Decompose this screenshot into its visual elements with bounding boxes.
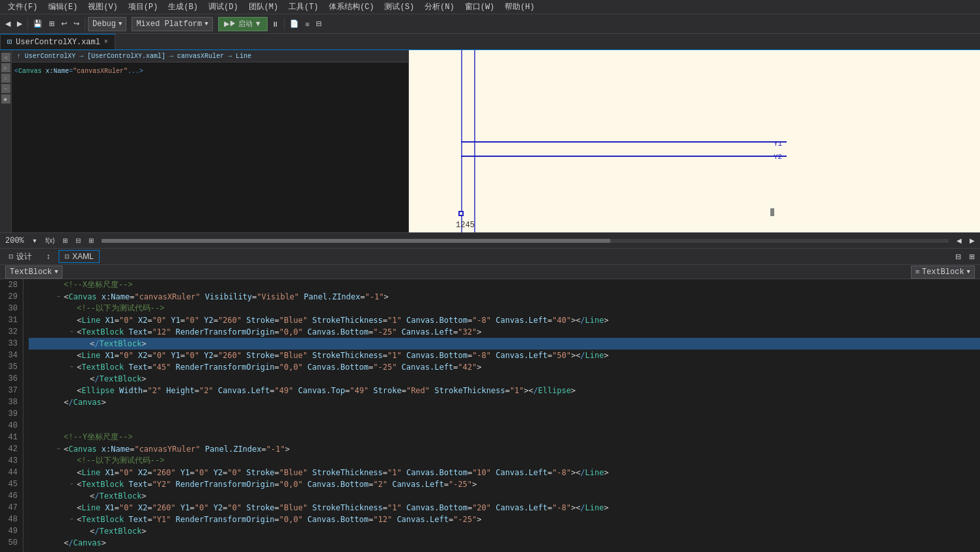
line-number: 39 bbox=[3, 408, 18, 420]
line-number: 48 bbox=[3, 514, 18, 525]
tab-icon: ⊡ bbox=[7, 37, 12, 47]
designer-canvas[interactable]: Y1 Y2 1245 bbox=[409, 50, 980, 232]
sidebar-icon-2[interactable]: ▷ bbox=[1, 63, 10, 72]
code-line[interactable]: </TextBlock> bbox=[29, 525, 980, 537]
fold-button[interactable]: − bbox=[68, 328, 76, 336]
align-btn[interactable]: ⊞ bbox=[86, 234, 96, 248]
code-line[interactable]: <Line X1="0" X2="0" Y1="0" Y2="260" Stro… bbox=[29, 350, 980, 361]
sidebar-icon-5[interactable]: ■ bbox=[1, 94, 10, 104]
start-btn[interactable]: ▶ ▶ 启动 ▼ bbox=[218, 17, 268, 31]
menu-file[interactable]: 文件(F) bbox=[3, 0, 43, 14]
snap-btn[interactable]: ⊟ bbox=[73, 234, 83, 248]
menu-team[interactable]: 团队(M) bbox=[244, 0, 284, 14]
design-toggle-btn[interactable]: ⊡ 设计 bbox=[3, 249, 38, 264]
fold-button[interactable]: − bbox=[68, 363, 76, 371]
menu-build[interactable]: 生成(B) bbox=[163, 0, 203, 14]
format-btn[interactable]: ⊟ bbox=[313, 17, 324, 31]
code-line[interactable]: −<Canvas x:Name="canvasYRuler" Panel.ZIn… bbox=[29, 443, 980, 455]
code-line[interactable]: <Line X1="0" X2="260" Y1="0" Y2="0" Stro… bbox=[29, 467, 980, 478]
line-number: 33 bbox=[3, 338, 18, 350]
grid-btn[interactable]: ⊞ bbox=[60, 234, 70, 248]
file-btn[interactable]: 📄 bbox=[287, 17, 301, 31]
line-number: 30 bbox=[3, 303, 18, 314]
code-line[interactable]: </Canvas> bbox=[29, 396, 980, 408]
code-line[interactable]: <Ellipse Width="2" Height="2" Canvas.Lef… bbox=[29, 385, 980, 396]
menu-edit[interactable]: 编辑(E) bbox=[43, 0, 83, 14]
code-line[interactable]: </TextBlock> bbox=[29, 490, 980, 502]
code-line[interactable]: −<TextBlock Text="Y1" RenderTransformOri… bbox=[29, 514, 980, 525]
tab-usercontrol[interactable]: ⊡ UserControlXY.xaml × bbox=[0, 34, 115, 49]
code-line[interactable] bbox=[29, 408, 980, 420]
sort-btn[interactable]: ↕ bbox=[40, 250, 56, 263]
back-btn[interactable]: ◀ bbox=[3, 17, 13, 31]
line-number: 32 bbox=[3, 326, 18, 338]
forward-btn[interactable]: ▶ bbox=[14, 17, 25, 31]
editor-scroll-area[interactable]: 2829303132333435363738394041424344454647… bbox=[0, 279, 980, 552]
menu-test[interactable]: 测试(S) bbox=[379, 0, 419, 14]
code-content[interactable]: <!--X坐标尺度-->−<Canvas x:Name="canvasXRule… bbox=[23, 279, 980, 552]
debug-config-dropdown[interactable]: Debug ▼ bbox=[88, 17, 126, 31]
platform-config-dropdown[interactable]: Mixed Platform ▼ bbox=[132, 17, 212, 31]
fold-button[interactable]: − bbox=[68, 480, 76, 488]
code-line[interactable]: −<TextBlock Text="12" RenderTransformOri… bbox=[29, 326, 980, 338]
zoom-dropdown-btn[interactable]: ▼ bbox=[29, 234, 40, 248]
fold-button[interactable]: − bbox=[55, 445, 63, 453]
resize-handle[interactable] bbox=[770, 208, 774, 216]
expand-btn[interactable]: ▶ bbox=[967, 234, 977, 248]
code-line[interactable] bbox=[29, 420, 980, 432]
scope-dropdown-label: TextBlock bbox=[10, 268, 52, 277]
code-line[interactable]: <Line X1="0" X2="0" Y1="0" Y2="260" Stro… bbox=[29, 314, 980, 326]
menu-window[interactable]: 窗口(W) bbox=[460, 0, 500, 14]
h-scrollbar-thumb[interactable] bbox=[102, 239, 609, 243]
collapse-btn[interactable]: ◀ bbox=[954, 234, 964, 248]
sidebar-icon-3[interactable]: ↕ bbox=[1, 74, 10, 83]
member-dropdown[interactable]: ⊡ TextBlock ▼ bbox=[911, 266, 975, 279]
menu-arch[interactable]: 体系结构(C) bbox=[324, 0, 380, 14]
undo-btn[interactable]: ↩ bbox=[59, 17, 70, 31]
menu-project[interactable]: 项目(P) bbox=[123, 0, 163, 14]
code-line[interactable]: </TextBlock> bbox=[29, 373, 980, 385]
line-number: 40 bbox=[3, 420, 18, 432]
line-number: 45 bbox=[3, 478, 18, 490]
sidebar-icon-4[interactable]: ↔ bbox=[1, 84, 10, 93]
member-dropdown-chevron: ▼ bbox=[967, 269, 970, 275]
menu-debug[interactable]: 调试(D) bbox=[203, 0, 244, 14]
code-line[interactable]: −<TextBlock Text="45" RenderTransformOri… bbox=[29, 361, 980, 373]
view-toggle-bar: ⊡ 设计 ↕ ⊡ XAML ⊟ ⊞ bbox=[0, 249, 980, 265]
platform-config-label: Mixed Platform bbox=[136, 20, 202, 29]
code-line[interactable]: </Canvas> bbox=[29, 537, 980, 549]
indent-btn[interactable]: ≡ bbox=[303, 17, 312, 31]
start-label: ▶ 启动 ▼ bbox=[229, 19, 262, 29]
code-line[interactable]: <Line X1="0" X2="260" Y1="0" Y2="0" Stro… bbox=[29, 502, 980, 514]
line-number: 50 bbox=[3, 537, 18, 549]
design-toggle-icon: ⊡ bbox=[8, 253, 14, 260]
code-line[interactable]: <!--以下为测试代码--> bbox=[29, 455, 980, 467]
code-line[interactable]: −<TextBlock Text="Y2" RenderTransformOri… bbox=[29, 478, 980, 490]
step-btn[interactable]: ⏸ bbox=[269, 17, 281, 31]
code-line[interactable]: </TextBlock> bbox=[29, 338, 980, 350]
line-number: 35 bbox=[3, 361, 18, 373]
fold-button[interactable]: − bbox=[55, 293, 63, 301]
redo-btn[interactable]: ↪ bbox=[71, 17, 82, 31]
fold-button[interactable]: − bbox=[68, 516, 76, 523]
xaml-toggle-btn[interactable]: ⊡ XAML bbox=[59, 250, 100, 263]
menu-help[interactable]: 帮助(H) bbox=[499, 0, 540, 14]
xaml-toggle-label: XAML bbox=[72, 252, 94, 261]
line-number: 47 bbox=[3, 502, 18, 514]
menu-view[interactable]: 视图(V) bbox=[83, 0, 123, 14]
sidebar-icon-1[interactable]: ◁ bbox=[1, 53, 10, 62]
save-all-btn[interactable]: ⊞ bbox=[46, 17, 57, 31]
line-number: 42 bbox=[3, 443, 18, 455]
code-line[interactable]: <!--以下为测试代码--> bbox=[29, 303, 980, 314]
tab-close-btn[interactable]: × bbox=[104, 38, 108, 46]
menu-tools[interactable]: 工具(T) bbox=[283, 0, 324, 14]
split-h-btn[interactable]: ⊟ bbox=[953, 249, 964, 264]
split-v-btn[interactable]: ⊞ bbox=[966, 249, 977, 264]
formula-btn[interactable]: f(x) bbox=[43, 234, 57, 248]
code-line[interactable]: <!--X坐标尺度--> bbox=[29, 279, 980, 291]
scope-dropdown[interactable]: TextBlock ▼ bbox=[5, 266, 63, 279]
save-btn[interactable]: 💾 bbox=[31, 17, 45, 31]
menu-analyze[interactable]: 分析(N) bbox=[419, 0, 460, 14]
code-line[interactable]: <!--Y坐标尺度--> bbox=[29, 432, 980, 443]
code-line[interactable]: −<Canvas x:Name="canvasXRuler" Visibilit… bbox=[29, 291, 980, 303]
